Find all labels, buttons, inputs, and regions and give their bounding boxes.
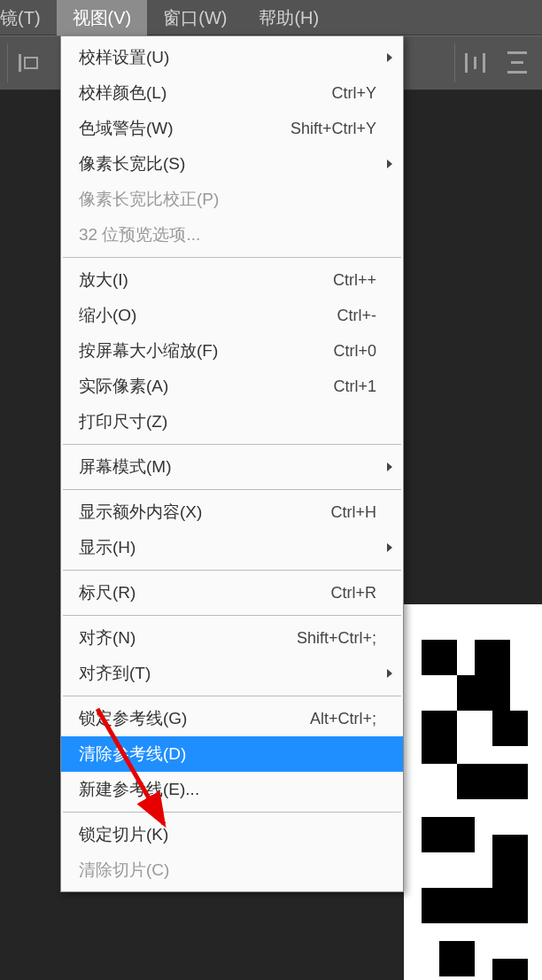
menu-item-label: 放大(I) <box>79 268 333 292</box>
menu-item[interactable]: 实际像素(A)Ctrl+1 <box>61 369 403 404</box>
menu-item-label: 像素长宽比(S) <box>79 152 376 175</box>
menu-item: 清除切片(C) <box>61 852 403 888</box>
menu-item[interactable]: 显示(H) <box>61 530 403 565</box>
submenu-arrow-icon <box>387 669 392 678</box>
menu-item-label: 清除参考线(D) <box>79 743 376 766</box>
menu-item-label: 实际像素(A) <box>79 375 333 398</box>
menu-item-label: 色域警告(W) <box>79 117 290 140</box>
menu-separator <box>63 615 401 616</box>
menu-item[interactable]: 对齐(N)Shift+Ctrl+; <box>61 620 403 656</box>
menu-separator <box>63 696 401 696</box>
svg-rect-5 <box>507 51 527 54</box>
menu-item[interactable]: 缩小(O)Ctrl+- <box>61 298 403 333</box>
menu-item-label: 校样设置(U) <box>79 46 376 69</box>
menu-separator <box>63 444 401 445</box>
menu-separator <box>63 257 401 258</box>
menu-item[interactable]: 显示额外内容(X)Ctrl+H <box>61 494 403 530</box>
menu-item-label: 对齐(N) <box>79 626 297 649</box>
menu-item-shortcut: Ctrl+0 <box>333 342 376 361</box>
menu-item[interactable]: 校样设置(U) <box>61 40 403 75</box>
view-dropdown-menu: 校样设置(U)校样颜色(L)Ctrl+Y色域警告(W)Shift+Ctrl+Y像… <box>60 35 404 892</box>
menu-item[interactable]: 放大(I)Ctrl++ <box>61 262 403 298</box>
submenu-arrow-icon <box>387 53 392 62</box>
menu-filter[interactable]: 镜(T) <box>0 0 57 35</box>
svg-rect-0 <box>19 54 21 72</box>
menu-help[interactable]: 帮助(H) <box>243 0 335 35</box>
menu-item-label: 标尺(R) <box>79 581 330 604</box>
menu-item-shortcut: Ctrl+R <box>330 584 376 603</box>
menu-item-label: 按屏幕大小缩放(F) <box>79 339 333 362</box>
svg-rect-4 <box>483 53 485 73</box>
menu-item-label: 显示(H) <box>79 536 376 559</box>
menu-item-label: 对齐到(T) <box>79 662 376 685</box>
svg-rect-2 <box>465 53 468 73</box>
menu-item[interactable]: 清除参考线(D) <box>61 736 403 772</box>
menu-item-shortcut: Ctrl+1 <box>333 377 376 396</box>
menu-item[interactable]: 标尺(R)Ctrl+R <box>61 575 403 611</box>
menu-item[interactable]: 锁定切片(K) <box>61 817 403 852</box>
menu-item-label: 锁定参考线(G) <box>79 707 310 730</box>
menu-item-label: 打印尺寸(Z) <box>79 410 376 433</box>
menu-item[interactable]: 打印尺寸(Z) <box>61 404 403 439</box>
menu-item-label: 32 位预览选项... <box>79 223 376 246</box>
menu-item-label: 新建参考线(E)... <box>79 778 376 801</box>
menubar: 镜(T) 视图(V) 窗口(W) 帮助(H) <box>0 0 542 35</box>
menu-item[interactable]: 新建参考线(E)... <box>61 772 403 807</box>
menu-item-shortcut: Ctrl+- <box>337 307 377 325</box>
menu-item-label: 校样颜色(L) <box>79 82 331 105</box>
menu-item-label: 缩小(O) <box>79 304 337 327</box>
menu-item-label: 像素长宽比校正(P) <box>79 188 376 211</box>
menu-item-label: 锁定切片(K) <box>79 823 376 846</box>
menu-window[interactable]: 窗口(W) <box>147 0 243 35</box>
submenu-arrow-icon <box>387 463 392 471</box>
menu-item: 像素长宽比校正(P) <box>61 182 403 217</box>
menu-item[interactable]: 按屏幕大小缩放(F)Ctrl+0 <box>61 333 403 369</box>
align-icon[interactable] <box>12 43 50 82</box>
distribute-v-icon[interactable] <box>498 43 537 82</box>
menu-item-label: 屏幕模式(M) <box>79 455 376 478</box>
menu-item-shortcut: Ctrl++ <box>333 271 376 290</box>
menu-item-label: 显示额外内容(X) <box>79 501 330 524</box>
menu-separator <box>63 570 401 571</box>
menu-item[interactable]: 校样颜色(L)Ctrl+Y <box>61 75 403 111</box>
menu-item: 32 位预览选项... <box>61 217 403 253</box>
menu-item-shortcut: Shift+Ctrl+Y <box>290 120 376 138</box>
menu-item[interactable]: 屏幕模式(M) <box>61 449 403 485</box>
svg-rect-1 <box>25 58 37 68</box>
submenu-arrow-icon <box>387 543 392 552</box>
menu-item[interactable]: 对齐到(T) <box>61 656 403 691</box>
qr-code-partial <box>404 604 542 980</box>
svg-rect-7 <box>507 71 527 74</box>
menu-item-shortcut: Shift+Ctrl+; <box>297 629 376 648</box>
menu-item[interactable]: 锁定参考线(G)Alt+Ctrl+; <box>61 701 403 736</box>
menu-item-label: 清除切片(C) <box>79 859 376 882</box>
menu-separator <box>63 489 401 490</box>
svg-rect-6 <box>511 61 523 64</box>
distribute-h-icon[interactable] <box>459 43 498 82</box>
menu-item[interactable]: 色域警告(W)Shift+Ctrl+Y <box>61 111 403 146</box>
submenu-arrow-icon <box>387 159 392 168</box>
menu-item-shortcut: Alt+Ctrl+; <box>310 710 376 728</box>
menu-separator <box>63 812 401 813</box>
menu-item[interactable]: 像素长宽比(S) <box>61 146 403 182</box>
menu-view[interactable]: 视图(V) <box>57 0 148 35</box>
svg-rect-3 <box>474 57 476 69</box>
menu-item-shortcut: Ctrl+H <box>330 503 376 522</box>
menu-item-shortcut: Ctrl+Y <box>331 84 376 103</box>
